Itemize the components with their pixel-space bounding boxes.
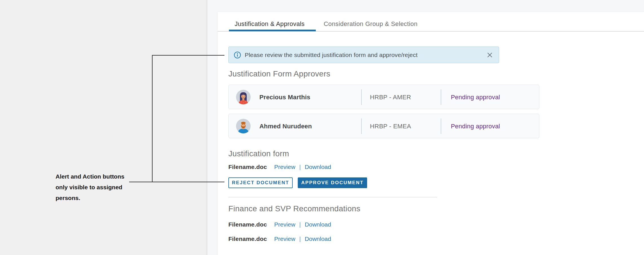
alert-message: Please review the submitted justificatio… — [245, 52, 418, 58]
download-link[interactable]: Download — [305, 164, 331, 170]
card-separator — [361, 118, 362, 134]
link-separator: | — [299, 236, 301, 242]
download-link[interactable]: Download — [305, 236, 331, 242]
info-circle-icon — [234, 51, 241, 59]
file-name: Filename.doc — [228, 221, 267, 228]
file-row: Filename.doc Preview | Download — [228, 221, 331, 228]
approve-document-button[interactable]: APPROVE DOCUMENT — [298, 177, 367, 188]
file-row: Filename.doc Preview | Download — [228, 236, 331, 242]
annotation-line: Alert and Action buttons — [56, 171, 124, 182]
section-title-justification-form: Justification form — [228, 149, 289, 158]
main-panel: Justification & Approvals Consideration … — [218, 12, 644, 255]
approver-role: HRBP - AMER — [370, 85, 411, 109]
approver-name: Precious Marthis — [259, 85, 310, 109]
approver-role: HRBP - EMEA — [370, 114, 411, 139]
card-separator — [441, 89, 441, 105]
file-name: Filename.doc — [228, 236, 267, 242]
approver-status: Pending approval — [451, 114, 500, 139]
preview-link[interactable]: Preview — [274, 236, 295, 242]
download-link[interactable]: Download — [305, 221, 331, 228]
connector-line-vertical — [152, 55, 153, 182]
annotation-line: only visible to assigned — [56, 182, 124, 193]
male-avatar-icon — [236, 119, 251, 133]
female-avatar-icon — [236, 90, 251, 104]
connector-line-top — [152, 55, 224, 56]
annotation-line: persons. — [56, 193, 124, 203]
reject-document-button[interactable]: REJECT DOCUMENT — [228, 177, 293, 188]
approver-row: Ahmed Nurudeen HRBP - EMEA Pending appro… — [228, 114, 539, 138]
connector-line-bottom — [129, 182, 224, 182]
annotation-note: Alert and Action buttons only visible to… — [56, 171, 124, 203]
tab-consideration-group-selection[interactable]: Consideration Group & Selection — [324, 20, 418, 28]
card-separator — [441, 118, 441, 134]
approver-name: Ahmed Nurudeen — [259, 114, 312, 139]
section-title-approvers: Justification Form Approvers — [228, 69, 330, 78]
link-separator: | — [299, 164, 301, 170]
document-actions: REJECT DOCUMENT APPROVE DOCUMENT — [228, 177, 367, 188]
section-title-recommendations: Finance and SVP Recommendations — [228, 204, 360, 213]
section-divider — [228, 197, 437, 197]
card-separator — [361, 89, 362, 105]
file-name: Filename.doc — [228, 164, 267, 170]
file-row: Filename.doc Preview | Download — [228, 164, 331, 170]
tab-justification-approvals[interactable]: Justification & Approvals — [235, 20, 305, 28]
close-icon[interactable] — [486, 52, 493, 58]
preview-link[interactable]: Preview — [274, 164, 295, 170]
vertical-divider — [207, 0, 207, 255]
preview-link[interactable]: Preview — [274, 221, 295, 228]
link-separator: | — [299, 221, 301, 228]
approver-status: Pending approval — [451, 85, 500, 109]
info-alert: Please review the submitted justificatio… — [228, 47, 499, 63]
approver-row: Precious Marthis HRBP - AMER Pending app… — [228, 85, 539, 109]
active-tab-underline — [229, 30, 316, 31]
